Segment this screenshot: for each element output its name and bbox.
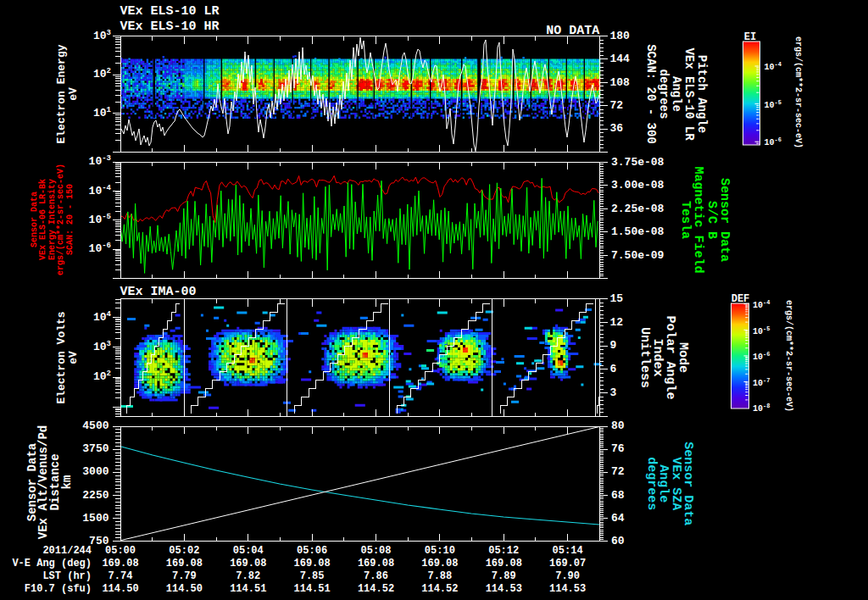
svg-text:7.50e-09: 7.50e-09 bbox=[611, 249, 665, 262]
svg-text:80: 80 bbox=[611, 419, 625, 432]
svg-text:3.00e-08: 3.00e-08 bbox=[611, 179, 665, 192]
svg-text:km: km bbox=[60, 475, 74, 490]
svg-text:169.07: 169.07 bbox=[549, 558, 586, 569]
svg-text:169.08: 169.08 bbox=[486, 558, 522, 569]
svg-text:72: 72 bbox=[610, 99, 624, 112]
svg-text:3750: 3750 bbox=[82, 442, 108, 455]
svg-text:68: 68 bbox=[611, 489, 625, 502]
svg-text:114.53: 114.53 bbox=[486, 583, 522, 595]
svg-text:05:12: 05:12 bbox=[488, 545, 519, 557]
svg-text:NO DATA: NO DATA bbox=[546, 24, 599, 38]
svg-text:15: 15 bbox=[610, 292, 624, 305]
svg-text:F10.7 (sfu): F10.7 (sfu) bbox=[25, 583, 92, 595]
svg-text:114.52: 114.52 bbox=[358, 583, 394, 595]
svg-text:SCAN: 20 - 150: SCAN: 20 - 150 bbox=[65, 184, 75, 255]
svg-text:2250: 2250 bbox=[82, 489, 108, 502]
svg-text:169.08: 169.08 bbox=[358, 558, 394, 569]
svg-text:VEx ELS-10 LR: VEx ELS-10 LR bbox=[682, 47, 696, 141]
svg-text:VEx ELS-10 LR: VEx ELS-10 LR bbox=[120, 4, 220, 19]
svg-text:ergs/(cm**2-sr-sec-eV): ergs/(cm**2-sr-sec-eV) bbox=[793, 36, 803, 148]
svg-text:05:08: 05:08 bbox=[360, 545, 391, 557]
svg-text:76: 76 bbox=[611, 442, 625, 455]
svg-text:169.08: 169.08 bbox=[102, 558, 138, 569]
svg-text:Sensor Data: Sensor Data bbox=[30, 192, 39, 247]
svg-text:degrees: degrees bbox=[657, 69, 670, 119]
svg-text:3: 3 bbox=[610, 386, 617, 399]
svg-text:7.89: 7.89 bbox=[492, 570, 516, 582]
svg-text:7.79: 7.79 bbox=[172, 570, 197, 582]
svg-text:05:04: 05:04 bbox=[233, 545, 264, 557]
svg-text:S/C B: S/C B bbox=[704, 201, 719, 239]
svg-text:7.74: 7.74 bbox=[108, 570, 133, 582]
svg-text:ergs/(cm**2-sr-sec-eV): ergs/(cm**2-sr-sec-eV) bbox=[56, 164, 65, 275]
svg-text:ergs/(cm**2-sr-sec-eV): ergs/(cm**2-sr-sec-eV) bbox=[784, 300, 793, 412]
svg-text:Tesla: Tesla bbox=[678, 201, 693, 239]
svg-text:6: 6 bbox=[610, 363, 617, 375]
svg-text:7.90: 7.90 bbox=[555, 570, 580, 582]
svg-text:DEF: DEF bbox=[732, 293, 750, 305]
svg-text:114.50: 114.50 bbox=[102, 583, 138, 595]
svg-text:3.75e-08: 3.75e-08 bbox=[611, 156, 665, 169]
svg-text:36: 36 bbox=[610, 122, 624, 135]
svg-text:9: 9 bbox=[610, 339, 617, 352]
svg-text:LST (hr): LST (hr) bbox=[42, 570, 92, 582]
svg-text:EI: EI bbox=[744, 31, 756, 43]
svg-text:72: 72 bbox=[611, 465, 625, 478]
svg-text:7.85: 7.85 bbox=[300, 570, 325, 582]
svg-text:7.86: 7.86 bbox=[364, 570, 388, 582]
svg-text:7.82: 7.82 bbox=[236, 570, 260, 582]
svg-text:VEx ELS-10 HR: VEx ELS-10 HR bbox=[120, 19, 220, 34]
svg-text:169.08: 169.08 bbox=[421, 558, 458, 569]
svg-text:eV: eV bbox=[67, 87, 80, 101]
svg-text:Sensor Data: Sensor Data bbox=[717, 178, 732, 262]
svg-text:114.51: 114.51 bbox=[294, 583, 331, 595]
svg-text:VEx ELS-06 LR-Bk: VEx ELS-06 LR-Bk bbox=[38, 179, 47, 260]
svg-text:114.51: 114.51 bbox=[230, 583, 266, 595]
svg-text:2.25e-08: 2.25e-08 bbox=[611, 203, 665, 215]
svg-text:114.50: 114.50 bbox=[166, 583, 203, 595]
svg-text:114.52: 114.52 bbox=[421, 583, 458, 595]
svg-text:Magnetic Field: Magnetic Field bbox=[691, 166, 705, 273]
svg-text:169.08: 169.08 bbox=[166, 558, 203, 569]
svg-text:180: 180 bbox=[610, 30, 631, 42]
svg-text:4500: 4500 bbox=[82, 419, 108, 432]
svg-text:05:00: 05:00 bbox=[105, 545, 136, 557]
svg-text:60: 60 bbox=[611, 535, 625, 547]
svg-text:169.08: 169.08 bbox=[230, 558, 266, 569]
svg-text:eV: eV bbox=[67, 351, 80, 364]
svg-text:3000: 3000 bbox=[82, 465, 108, 478]
svg-text:169.08: 169.08 bbox=[294, 558, 331, 569]
svg-text:05:14: 05:14 bbox=[553, 545, 583, 557]
svg-text:64: 64 bbox=[611, 512, 625, 525]
svg-text:Unitless: Unitless bbox=[637, 327, 652, 388]
svg-text:2011/244: 2011/244 bbox=[42, 545, 92, 557]
svg-text:Energy Intensity: Energy Intensity bbox=[47, 179, 57, 260]
svg-text:1500: 1500 bbox=[82, 512, 108, 525]
svg-text:108: 108 bbox=[610, 76, 631, 89]
svg-text:V-E Ang (deg): V-E Ang (deg) bbox=[12, 558, 92, 569]
svg-text:SCAN: 20 - 300: SCAN: 20 - 300 bbox=[644, 44, 658, 144]
svg-text:VEx IMA-00: VEx IMA-00 bbox=[120, 285, 197, 299]
svg-text:05:06: 05:06 bbox=[297, 545, 327, 557]
svg-text:05:02: 05:02 bbox=[169, 545, 199, 557]
svg-text:Pitch Angle: Pitch Angle bbox=[695, 55, 709, 133]
svg-text:degrees: degrees bbox=[644, 457, 659, 510]
svg-text:114.53: 114.53 bbox=[549, 583, 586, 595]
svg-text:Angle: Angle bbox=[670, 76, 683, 112]
svg-text:12: 12 bbox=[610, 316, 624, 329]
svg-text:7.88: 7.88 bbox=[427, 570, 452, 582]
svg-text:05:10: 05:10 bbox=[425, 545, 455, 557]
svg-text:144: 144 bbox=[610, 53, 631, 65]
svg-text:1.50e-08: 1.50e-08 bbox=[611, 225, 665, 238]
